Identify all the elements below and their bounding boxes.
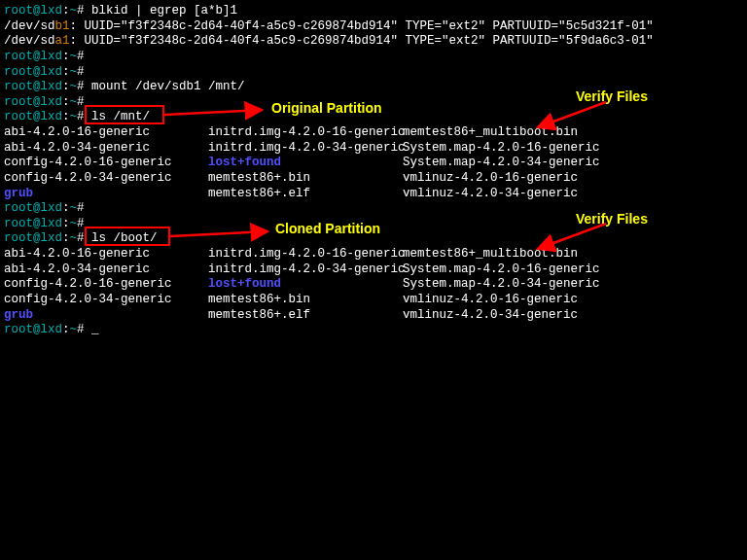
prompt-path: ~	[70, 4, 78, 18]
listing-row: config-4.2.0-16-genericlost+foundSystem.…	[4, 156, 743, 171]
listing-mnt: abi-4.2.0-16-genericinitrd.img-4.2.0-16-…	[4, 125, 743, 201]
cmd-mount: mount /dev/sdb1 /mnt/	[91, 80, 245, 93]
arrow-verify-2	[533, 224, 611, 259]
cmd-blkid: blkid | egrep [a*b]1	[91, 4, 237, 18]
cursor: _	[91, 323, 99, 338]
label-original-partition: Original Partition	[271, 100, 382, 118]
arrow-original	[164, 107, 281, 128]
listing-row: abi-4.2.0-34-genericinitrd.img-4.2.0-34-…	[4, 262, 743, 278]
label-verify-files-1: Verify Files	[576, 88, 648, 106]
listing-row: grubmemtest86+.elfvmlinuz-4.2.0-34-gener…	[4, 187, 743, 202]
arrow-verify-1	[533, 102, 611, 137]
listing-row: config-4.2.0-16-genericlost+foundSystem.…	[4, 277, 743, 293]
cmd-lsmnt: ls /mnt/	[91, 110, 150, 123]
label-verify-files-2: Verify Files	[576, 211, 648, 228]
listing-row: config-4.2.0-34-genericmemtest86+.binvml…	[4, 171, 743, 187]
empty-prompt: root@lxd:~#	[4, 50, 743, 65]
listing-row: config-4.2.0-34-genericmemtest86+.binvml…	[4, 293, 743, 308]
svg-line-1	[164, 110, 262, 115]
empty-prompt: root@lxd:~#	[4, 65, 743, 81]
prompt-suffix: #	[77, 4, 91, 18]
listing-row: grubmemtest86+.elfvmlinuz-4.2.0-34-gener…	[4, 308, 743, 324]
prompt-sep: @	[33, 4, 41, 18]
prompt-user: root	[4, 4, 33, 18]
label-cloned-partition: Cloned Partition	[275, 221, 380, 238]
prompt-host: lxd	[41, 4, 63, 18]
blkid-output-1: /dev/sdb1: UUID="f3f2348c-2d64-40f4-a5c9…	[4, 19, 743, 35]
blkid-output-2: /dev/sda1: UUID="f3f2348c-2d64-40f4-a5c9…	[4, 34, 743, 50]
terminal-output: root@lxd:~# blkid | egrep [a*b]1 /dev/sd…	[0, 0, 747, 342]
cmd-blkid-line: root@lxd:~# blkid | egrep [a*b]1	[4, 4, 743, 19]
svg-line-2	[170, 231, 267, 236]
listing-row: abi-4.2.0-16-genericinitrd.img-4.2.0-16-…	[4, 125, 743, 141]
empty-prompt-cursor[interactable]: root@lxd:~# _	[4, 323, 743, 338]
listing-row: abi-4.2.0-34-genericinitrd.img-4.2.0-34-…	[4, 141, 743, 157]
svg-line-3	[538, 102, 606, 127]
cmd-lsboot: ls /boot/	[91, 231, 158, 245]
listing-boot: abi-4.2.0-16-genericinitrd.img-4.2.0-16-…	[4, 247, 743, 323]
arrow-cloned	[170, 228, 287, 250]
listing-row: abi-4.2.0-16-genericinitrd.img-4.2.0-16-…	[4, 247, 743, 262]
